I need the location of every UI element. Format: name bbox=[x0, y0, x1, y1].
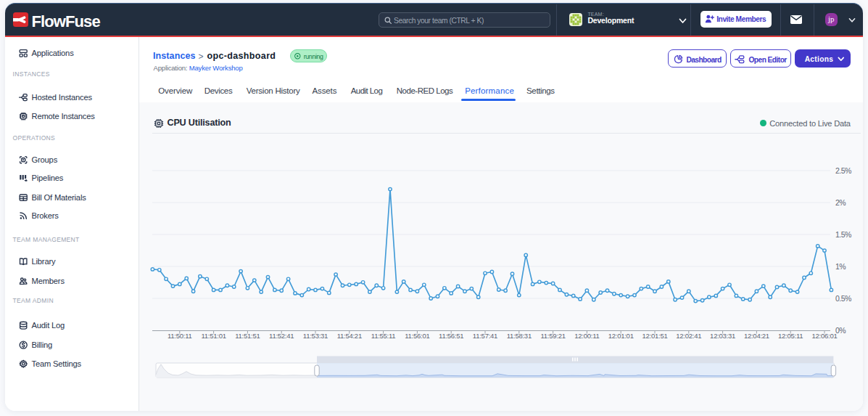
svg-text:11:50:11: 11:50:11 bbox=[168, 332, 192, 340]
svg-text:12:06:01: 12:06:01 bbox=[812, 332, 838, 340]
svg-text:11:59:21: 11:59:21 bbox=[540, 332, 565, 340]
svg-text:2.5%: 2.5% bbox=[835, 166, 851, 175]
svg-text:12:02:41: 12:02:41 bbox=[676, 332, 701, 340]
svg-text:11:52:41: 11:52:41 bbox=[269, 332, 294, 340]
svg-text:11:57:41: 11:57:41 bbox=[473, 332, 497, 340]
svg-text:0.5%: 0.5% bbox=[835, 294, 851, 303]
svg-text:11:53:31: 11:53:31 bbox=[303, 332, 328, 340]
svg-text:12:01:51: 12:01:51 bbox=[642, 332, 668, 340]
svg-text:12:00:11: 12:00:11 bbox=[574, 332, 599, 340]
svg-text:12:01:01: 12:01:01 bbox=[608, 332, 634, 340]
svg-text:11:51:01: 11:51:01 bbox=[201, 332, 226, 340]
svg-text:2%: 2% bbox=[835, 198, 846, 207]
svg-text:11:56:01: 11:56:01 bbox=[405, 332, 429, 340]
svg-text:11:56:51: 11:56:51 bbox=[439, 332, 463, 340]
svg-text:1.5%: 1.5% bbox=[835, 230, 851, 239]
svg-text:12:04:21: 12:04:21 bbox=[744, 332, 769, 340]
svg-text:11:54:21: 11:54:21 bbox=[337, 332, 362, 340]
svg-text:12:05:11: 12:05:11 bbox=[778, 332, 803, 340]
svg-text:1%: 1% bbox=[835, 262, 846, 271]
svg-text:11:51:51: 11:51:51 bbox=[235, 332, 260, 340]
svg-text:11:55:11: 11:55:11 bbox=[371, 332, 396, 340]
svg-text:11:58:31: 11:58:31 bbox=[507, 332, 532, 340]
svg-text:12:03:31: 12:03:31 bbox=[710, 332, 735, 340]
